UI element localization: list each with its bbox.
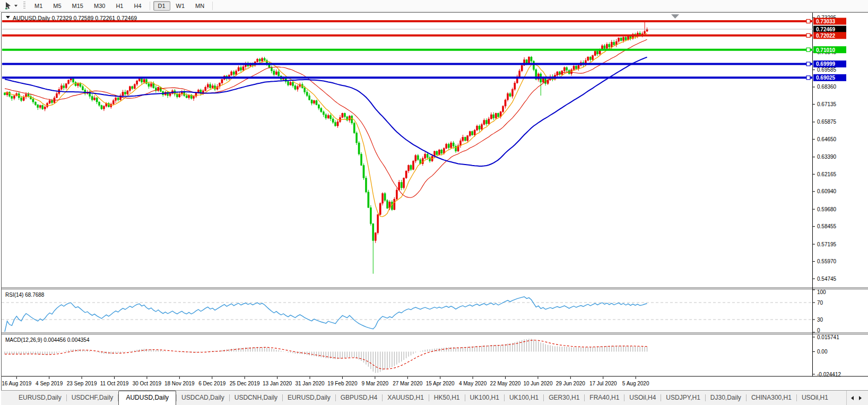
- tab-usdchf-daily[interactable]: USDCHF,Daily: [67, 391, 118, 404]
- date-tick: 15 Apr 2020: [426, 381, 455, 386]
- price-tick: 0.65875: [817, 119, 837, 125]
- price-tick: 0.57195: [817, 242, 837, 247]
- price-label-value: 0.72022: [816, 33, 836, 39]
- tab-uk100-h1[interactable]: UK100,H1: [505, 391, 543, 404]
- date-tick: 11 Oct 2019: [100, 381, 129, 386]
- tab-dj30-daily[interactable]: DJ30,Daily: [706, 391, 746, 404]
- timeframe-button-d1[interactable]: D1: [153, 1, 170, 11]
- price-tick: 0.67135: [817, 101, 837, 107]
- price-label-value: 0.71010: [816, 47, 836, 53]
- axes-layer: 0.732950.708450.695850.683600.671350.658…: [2, 13, 868, 386]
- rsi-label: RSI(14) 68.7688: [5, 292, 45, 298]
- date-tick: 23 Sep 2019: [67, 381, 97, 386]
- chart-window: 0.732950.708450.695850.683600.671350.658…: [1, 12, 868, 405]
- hline-handle[interactable]: [806, 33, 810, 37]
- price-label-value: 0.73033: [816, 19, 836, 24]
- date-tick: 5 Aug 2020: [622, 381, 649, 386]
- timeframe-button-w1[interactable]: W1: [171, 1, 190, 11]
- date-tick: 30 Oct 2019: [133, 381, 162, 386]
- date-tick: 16 Aug 2019: [2, 381, 32, 386]
- price-tick: 0.55970: [817, 258, 837, 264]
- top-toolbar: M1M5M15M30H1H4D1W1MN: [0, 0, 868, 12]
- rsi-tick: 100: [817, 289, 826, 295]
- hline-handle[interactable]: [806, 62, 810, 66]
- date-tick: 4 May 2020: [459, 381, 487, 386]
- price-tick: 0.64650: [817, 136, 837, 142]
- tab-fra40-h1[interactable]: FRA40,H1: [585, 391, 624, 404]
- tab-ger30-h1[interactable]: GER30,H1: [544, 391, 584, 404]
- price-label-value: 0.69999: [816, 61, 836, 67]
- cursor-tool-icon: [5, 2, 13, 10]
- date-tick: 31 Jan 2020: [295, 381, 324, 386]
- hline-handle[interactable]: [806, 48, 810, 51]
- chart-tabs: EURUSD,DailyUSDCHF,DailyAUDUSD,DailyUSDC…: [1, 391, 846, 405]
- date-tick: 10 Jun 2020: [523, 381, 552, 386]
- rsi-tick: 0: [817, 328, 820, 333]
- timeframe-toolbar: M1M5M15M30H1H4D1W1MN: [29, 1, 215, 11]
- timeframe-button-mn[interactable]: MN: [190, 1, 209, 11]
- date-tick: 25 Dec 2019: [230, 381, 260, 386]
- date-tick: 19 Feb 2020: [327, 381, 358, 386]
- price-tick: 0.60940: [817, 188, 837, 194]
- date-tick: 29 Jun 2020: [556, 381, 585, 386]
- horizontal-lines-layer: [2, 14, 813, 80]
- scroll-left-icon[interactable]: [851, 396, 854, 400]
- ma-slow-line: [5, 57, 647, 166]
- rsi-line: [5, 297, 647, 332]
- price-tick: 0.59680: [817, 206, 837, 212]
- toolbar-separator: [212, 2, 213, 10]
- tab-eurusd-daily[interactable]: EURUSD,Daily: [283, 391, 335, 404]
- date-tick: 27 Mar 2020: [393, 381, 423, 386]
- timeframe-button-m15[interactable]: M15: [67, 1, 88, 11]
- macd-tick: 0.00: [817, 349, 828, 355]
- tab-usdcad-daily[interactable]: USDCAD,Daily: [177, 391, 229, 404]
- price-label-value: 0.72469: [816, 27, 836, 32]
- rsi-tick: 30: [817, 317, 823, 323]
- price-tick: 0.58455: [817, 223, 837, 229]
- macd-label: MACD(12,26,9) 0.004456 0.004354: [5, 337, 90, 343]
- tab-scroll-arrows: [846, 391, 868, 405]
- tab-usdjpy-h1[interactable]: USDJPY,H1: [661, 391, 705, 404]
- tab-xauusd-h1[interactable]: XAUUSD,H1: [383, 391, 429, 404]
- date-tick: 6 Dec 2019: [198, 381, 226, 386]
- price-tick: 0.62165: [817, 171, 837, 177]
- toolbar-grip[interactable]: [23, 2, 25, 10]
- timeframe-button-m30[interactable]: M30: [89, 1, 110, 11]
- tab-usoil-h4[interactable]: USOil,H4: [624, 391, 661, 404]
- price-tick: 0.68360: [817, 84, 837, 90]
- hline-handle[interactable]: [806, 76, 810, 80]
- tab-china300-h1[interactable]: CHINA300,H1: [747, 391, 796, 404]
- toolbar-separator: [150, 2, 150, 10]
- date-tick: 17 Jul 2020: [589, 381, 617, 386]
- indicator-panes: [2, 297, 812, 373]
- date-tick: 4 Sep 2019: [36, 381, 63, 386]
- price-tick: 0.54745: [817, 276, 837, 282]
- cursor-tool-button[interactable]: [2, 0, 20, 11]
- tab-audusd-daily[interactable]: AUDUSD,Daily: [118, 391, 176, 405]
- tab-uk100-h1[interactable]: UK100,H1: [465, 391, 504, 404]
- timeframe-button-m1[interactable]: M1: [30, 1, 47, 11]
- scroll-right-icon[interactable]: [859, 396, 862, 400]
- tab-eurusd-daily[interactable]: EURUSD,Daily: [14, 391, 66, 404]
- hline-handle[interactable]: [806, 20, 810, 23]
- timeframe-button-h4[interactable]: H4: [129, 1, 146, 11]
- date-tick: 22 May 2020: [490, 381, 521, 386]
- ma-fast-line: [5, 33, 647, 217]
- chart-canvas[interactable]: 0.732950.708450.695850.683600.671350.658…: [2, 13, 868, 391]
- candles-layer: [4, 22, 648, 274]
- chart-menu-icon[interactable]: [6, 16, 10, 19]
- macd-tick: 0.015741: [817, 334, 839, 340]
- tab-usoil-h1[interactable]: USOil,H1: [797, 391, 833, 404]
- date-tick: 18 Nov 2019: [164, 381, 195, 386]
- timeframe-button-h1[interactable]: H1: [111, 1, 128, 11]
- price-tick: 0.69585: [817, 67, 837, 73]
- chart-shift-marker-icon[interactable]: [671, 14, 679, 19]
- chart-title-ohlc: AUDUSD,Daily 0.72329 0.72589 0.72261 0.7…: [13, 15, 137, 21]
- timeframe-button-m5[interactable]: M5: [48, 1, 66, 11]
- tab-hk50-h1[interactable]: HK50,H1: [429, 391, 465, 404]
- price-tick: 0.63390: [817, 154, 837, 160]
- tab-usdcnh-daily[interactable]: USDCNH,Daily: [230, 391, 282, 404]
- tab-gbpusd-h4[interactable]: GBPUSD,H4: [336, 391, 382, 404]
- moving-averages-layer: [5, 33, 647, 217]
- macd-tick: -0.024412: [817, 372, 841, 377]
